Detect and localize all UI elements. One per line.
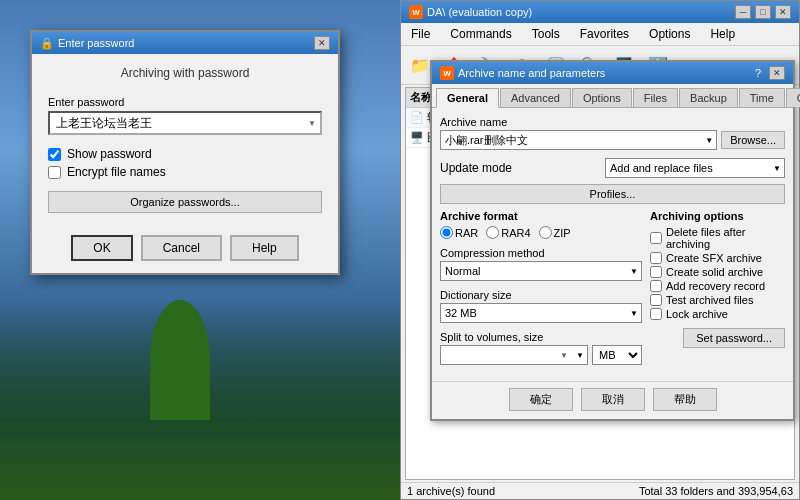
tab-time[interactable]: Time [739, 88, 785, 107]
password-ok-button[interactable]: OK [71, 235, 132, 261]
tab-comment[interactable]: Comment [786, 88, 800, 107]
option-recovery-record-label: Add recovery record [666, 280, 765, 292]
archive-cancel-button[interactable]: 取消 [581, 388, 645, 411]
option-test-files-label: Test archived files [666, 294, 753, 306]
option-solid-archive[interactable]: Create solid archive [650, 266, 785, 278]
archive-dialog-footer: 确定 取消 帮助 [432, 381, 793, 419]
show-password-checkbox[interactable] [48, 148, 61, 161]
password-dialog-close-btn[interactable]: ✕ [314, 36, 330, 50]
winrar-status-bar: 1 archive(s) found Total 33 folders and … [401, 482, 799, 499]
option-test-files[interactable]: Test archived files [650, 294, 785, 306]
option-create-sfx[interactable]: Create SFX archive [650, 252, 785, 264]
password-dialog-title-bar: 🔒 Enter password ✕ [32, 32, 338, 54]
organize-passwords-button[interactable]: Organize passwords... [48, 191, 322, 213]
tab-options[interactable]: Options [572, 88, 632, 107]
option-create-sfx-label: Create SFX archive [666, 252, 762, 264]
split-unit-select[interactable]: MB [592, 345, 642, 365]
format-zip-radio[interactable] [539, 226, 552, 239]
set-password-button[interactable]: Set password... [683, 328, 785, 348]
option-recovery-record[interactable]: Add recovery record [650, 280, 785, 292]
format-rar-radio[interactable] [440, 226, 453, 239]
archive-dialog-title-bar: W Archive name and parameters ? ✕ [432, 62, 793, 84]
archive-help-button[interactable]: 帮助 [653, 388, 717, 411]
compression-group: Compression method Normal [440, 247, 642, 281]
compression-select[interactable]: Normal [440, 261, 642, 281]
option-create-sfx-checkbox[interactable] [650, 252, 662, 264]
compression-label: Compression method [440, 247, 642, 259]
password-icon: 🔒 [40, 37, 54, 50]
dict-size-group: Dictionary size 32 MB [440, 289, 642, 323]
password-dialog: 🔒 Enter password ✕ Archiving with passwo… [30, 30, 340, 275]
winrar-icon: W [409, 5, 423, 19]
password-subtitle: Archiving with password [48, 66, 322, 80]
archive-dialog-tabs: General Advanced Options Files Backup Ti… [432, 84, 793, 108]
left-column: Archive format RAR RAR4 ZIP [440, 210, 642, 373]
dict-size-select[interactable]: 32 MB [440, 303, 642, 323]
encrypt-names-label: Encrypt file names [67, 165, 166, 179]
profiles-button[interactable]: Profiles... [440, 184, 785, 204]
menu-favorites[interactable]: Favorites [574, 25, 635, 43]
password-dialog-footer: OK Cancel Help [32, 229, 338, 273]
tab-backup[interactable]: Backup [679, 88, 738, 107]
option-solid-archive-checkbox[interactable] [650, 266, 662, 278]
archive-ok-button[interactable]: 确定 [509, 388, 573, 411]
format-radio-group: RAR RAR4 ZIP [440, 226, 642, 239]
tab-advanced[interactable]: Advanced [500, 88, 571, 107]
show-password-label: Show password [67, 147, 152, 161]
main-options-grid: Archive format RAR RAR4 ZIP [440, 210, 785, 373]
menu-commands[interactable]: Commands [444, 25, 517, 43]
update-mode-label: Update mode [440, 161, 512, 175]
format-zip[interactable]: ZIP [539, 226, 571, 239]
update-mode-row: Update mode Add and replace files [440, 158, 785, 178]
format-rar4[interactable]: RAR4 [486, 226, 530, 239]
close-button[interactable]: ✕ [775, 5, 791, 19]
archive-dialog-close-btn[interactable]: ✕ [769, 66, 785, 80]
password-dropdown-arrow[interactable]: ▼ [304, 117, 320, 130]
option-recovery-record-checkbox[interactable] [650, 280, 662, 292]
option-lock-archive[interactable]: Lock archive [650, 308, 785, 320]
format-rar4-radio[interactable] [486, 226, 499, 239]
winrar-title-text: DA\ (evaluation copy) [427, 6, 731, 18]
archiving-options-label: Archiving options [650, 210, 785, 222]
split-label: Split to volumes, size [440, 331, 642, 343]
option-delete-files-checkbox[interactable] [650, 232, 662, 244]
update-mode-select[interactable]: Add and replace files [605, 158, 785, 178]
format-rar[interactable]: RAR [440, 226, 478, 239]
tab-files[interactable]: Files [633, 88, 678, 107]
archive-dialog-help-btn[interactable]: ? [755, 67, 761, 79]
encrypt-names-checkbox[interactable] [48, 166, 61, 179]
set-password-wrapper: Set password... [650, 328, 785, 348]
archive-name-input[interactable] [440, 130, 717, 150]
password-dialog-body: Archiving with password Enter password ▼… [32, 54, 338, 229]
tab-general[interactable]: General [436, 88, 499, 108]
option-delete-files[interactable]: Delete files after archiving [650, 226, 785, 250]
menu-tools[interactable]: Tools [526, 25, 566, 43]
minimize-button[interactable]: ─ [735, 5, 751, 19]
option-solid-archive-label: Create solid archive [666, 266, 763, 278]
maximize-button[interactable]: □ [755, 5, 771, 19]
archive-name-group: Archive name Browse... [440, 116, 785, 150]
password-field-label: Enter password [48, 96, 322, 108]
password-help-button[interactable]: Help [230, 235, 299, 261]
menu-options[interactable]: Options [643, 25, 696, 43]
archive-name-row: Browse... [440, 130, 785, 150]
archive-dialog-icon: W [440, 66, 454, 80]
password-cancel-button[interactable]: Cancel [141, 235, 222, 261]
split-row: ▼ MB [440, 345, 642, 365]
menu-help[interactable]: Help [704, 25, 741, 43]
split-volumes-group: Split to volumes, size ▼ MB [440, 331, 642, 365]
menu-file[interactable]: File [405, 25, 436, 43]
status-right: Total 33 folders and 393,954,63 [639, 485, 793, 497]
password-input[interactable] [50, 113, 304, 133]
option-delete-files-label: Delete files after archiving [666, 226, 785, 250]
option-test-files-checkbox[interactable] [650, 294, 662, 306]
password-dialog-title-text: Enter password [58, 37, 134, 49]
status-left: 1 archive(s) found [407, 485, 495, 497]
browse-button[interactable]: Browse... [721, 131, 785, 149]
encrypt-names-item[interactable]: Encrypt file names [48, 165, 322, 179]
option-lock-archive-checkbox[interactable] [650, 308, 662, 320]
show-password-item[interactable]: Show password [48, 147, 322, 161]
winrar-title-bar: W DA\ (evaluation copy) ─ □ ✕ [401, 1, 799, 23]
archive-format-group: Archive format RAR RAR4 ZIP [440, 210, 642, 239]
dict-size-label: Dictionary size [440, 289, 642, 301]
